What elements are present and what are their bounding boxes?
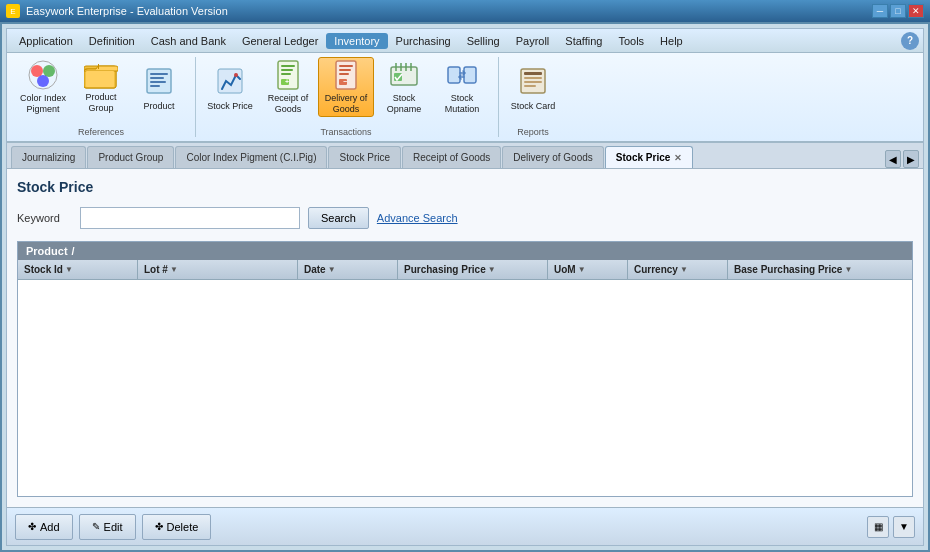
sort-stock-id-icon: ▼ bbox=[65, 265, 73, 274]
tb-stock-opname-label: StockOpname bbox=[387, 93, 422, 115]
tb-receipt-of-goods-label: Receipt ofGoods bbox=[268, 93, 309, 115]
toolbar-group-references: Color IndexPigment Produc bbox=[15, 57, 196, 137]
svg-point-1 bbox=[31, 65, 43, 77]
menu-selling[interactable]: Selling bbox=[459, 33, 508, 49]
search-input[interactable] bbox=[80, 207, 300, 229]
menu-tools[interactable]: Tools bbox=[610, 33, 652, 49]
tab-receipt-of-goods[interactable]: Receipt of Goods bbox=[402, 146, 501, 168]
tab-close-icon[interactable]: ✕ bbox=[674, 153, 682, 163]
sort-lot-icon: ▼ bbox=[170, 265, 178, 274]
color-index-pigment-icon bbox=[25, 59, 61, 91]
th-currency[interactable]: Currency ▼ bbox=[628, 260, 728, 279]
tab-nav-prev[interactable]: ◀ bbox=[885, 150, 901, 168]
svg-rect-34 bbox=[524, 81, 542, 83]
advance-search-link[interactable]: Advance Search bbox=[377, 212, 458, 224]
tb-stock-card-label: Stock Card bbox=[511, 101, 556, 112]
add-button[interactable]: ✤ Add bbox=[15, 514, 73, 540]
menu-inventory[interactable]: Inventory bbox=[326, 33, 387, 49]
menu-staffing[interactable]: Staffing bbox=[557, 33, 610, 49]
delete-button[interactable]: ✤ Delete bbox=[142, 514, 212, 540]
svg-rect-17 bbox=[281, 69, 293, 71]
th-uom[interactable]: UoM ▼ bbox=[548, 260, 628, 279]
tb-product[interactable]: Product bbox=[131, 57, 187, 117]
sort-purchasing-price-icon: ▼ bbox=[488, 265, 496, 274]
svg-text:+: + bbox=[285, 78, 289, 85]
tb-delivery-of-goods[interactable]: − Delivery ofGoods bbox=[318, 57, 374, 117]
tb-stock-card[interactable]: Stock Card bbox=[505, 57, 561, 117]
delete-icon: ✤ bbox=[155, 521, 163, 532]
menu-general-ledger[interactable]: General Ledger bbox=[234, 33, 326, 49]
svg-rect-24 bbox=[339, 73, 349, 75]
tb-delivery-of-goods-label: Delivery ofGoods bbox=[325, 93, 368, 115]
corner-dropdown-button[interactable]: ▼ bbox=[893, 516, 915, 538]
close-button[interactable]: ✕ bbox=[908, 4, 924, 18]
tab-bar: Journalizing Product Group Color Index P… bbox=[7, 143, 923, 169]
th-date[interactable]: Date ▼ bbox=[298, 260, 398, 279]
stock-price-icon bbox=[212, 63, 248, 99]
table-body bbox=[18, 280, 912, 496]
sort-currency-icon: ▼ bbox=[680, 265, 688, 274]
menu-bar: Application Definition Cash and Bank Gen… bbox=[7, 29, 923, 53]
svg-rect-6 bbox=[86, 71, 114, 87]
svg-rect-7 bbox=[98, 64, 99, 69]
receipt-of-goods-icon: + bbox=[270, 59, 306, 91]
title-bar: E Easywork Enterprise - Evaluation Versi… bbox=[0, 0, 930, 22]
tb-product-group-label: ProductGroup bbox=[85, 92, 116, 114]
th-lot-num[interactable]: Lot # ▼ bbox=[138, 260, 298, 279]
menu-help[interactable]: Help bbox=[652, 33, 691, 49]
sort-date-icon: ▼ bbox=[328, 265, 336, 274]
sort-uom-icon: ▼ bbox=[578, 265, 586, 274]
stock-card-icon bbox=[515, 63, 551, 99]
menu-cash-and-bank[interactable]: Cash and Bank bbox=[143, 33, 234, 49]
tab-product-group[interactable]: Product Group bbox=[87, 146, 174, 168]
tab-journalizing[interactable]: Journalizing bbox=[11, 146, 86, 168]
tb-color-index-pigment[interactable]: Color IndexPigment bbox=[15, 57, 71, 117]
help-icon[interactable]: ? bbox=[901, 32, 919, 50]
svg-point-3 bbox=[37, 75, 49, 87]
tb-stock-price[interactable]: Stock Price bbox=[202, 57, 258, 117]
svg-rect-16 bbox=[281, 65, 295, 67]
tab-delivery-of-goods[interactable]: Delivery of Goods bbox=[502, 146, 603, 168]
window-controls[interactable]: ─ □ ✕ bbox=[872, 4, 924, 18]
page-title: Stock Price bbox=[17, 179, 913, 195]
tb-receipt-of-goods[interactable]: + Receipt ofGoods bbox=[260, 57, 316, 117]
search-button[interactable]: Search bbox=[308, 207, 369, 229]
corner-menu-button[interactable]: ▦ bbox=[867, 516, 889, 538]
menu-purchasing[interactable]: Purchasing bbox=[388, 33, 459, 49]
minimize-button[interactable]: ─ bbox=[872, 4, 888, 18]
app-icon: E bbox=[6, 4, 20, 18]
reports-group-label: Reports bbox=[505, 125, 561, 137]
content-area: Stock Price Keyword Search Advance Searc… bbox=[7, 169, 923, 507]
th-stock-id[interactable]: Stock Id ▼ bbox=[18, 260, 138, 279]
menu-application[interactable]: Application bbox=[11, 33, 81, 49]
edit-icon: ✎ bbox=[92, 521, 100, 532]
bottom-right: ▦ ▼ bbox=[867, 516, 915, 538]
table-product-row: Product / bbox=[18, 242, 912, 260]
tb-product-group[interactable]: ProductGroup bbox=[73, 57, 129, 117]
tab-color-index-pigment[interactable]: Color Index Pigment (C.I.Pig) bbox=[175, 146, 327, 168]
tb-stock-opname[interactable]: StockOpname bbox=[376, 57, 432, 117]
tb-color-index-pigment-label: Color IndexPigment bbox=[20, 93, 66, 115]
th-base-purchasing-price[interactable]: Base Purchasing Price ▼ bbox=[728, 260, 912, 279]
add-icon: ✤ bbox=[28, 521, 36, 532]
sort-base-purchasing-price-icon: ▼ bbox=[844, 265, 852, 274]
menu-payroll[interactable]: Payroll bbox=[508, 33, 558, 49]
tab-nav-next[interactable]: ▶ bbox=[903, 150, 919, 168]
svg-point-14 bbox=[234, 73, 238, 77]
search-row: Keyword Search Advance Search bbox=[17, 207, 913, 229]
tb-stock-mutation[interactable]: StockMutation bbox=[434, 57, 490, 117]
maximize-button[interactable]: □ bbox=[890, 4, 906, 18]
svg-rect-11 bbox=[150, 81, 166, 83]
product-row-separator: / bbox=[72, 245, 75, 257]
th-purchasing-price[interactable]: Purchasing Price ▼ bbox=[398, 260, 548, 279]
svg-rect-29 bbox=[448, 67, 460, 83]
bottom-bar: ✤ Add ✎ Edit ✤ Delete ▦ ▼ bbox=[7, 507, 923, 545]
tb-product-label: Product bbox=[143, 101, 174, 112]
tab-stock-price-active[interactable]: Stock Price ✕ bbox=[605, 146, 693, 168]
edit-button[interactable]: ✎ Edit bbox=[79, 514, 136, 540]
svg-rect-12 bbox=[150, 85, 160, 87]
toolbar-group-transactions: Stock Price + bbox=[202, 57, 499, 137]
menu-definition[interactable]: Definition bbox=[81, 33, 143, 49]
svg-rect-23 bbox=[339, 69, 351, 71]
tab-stock-price[interactable]: Stock Price bbox=[328, 146, 401, 168]
